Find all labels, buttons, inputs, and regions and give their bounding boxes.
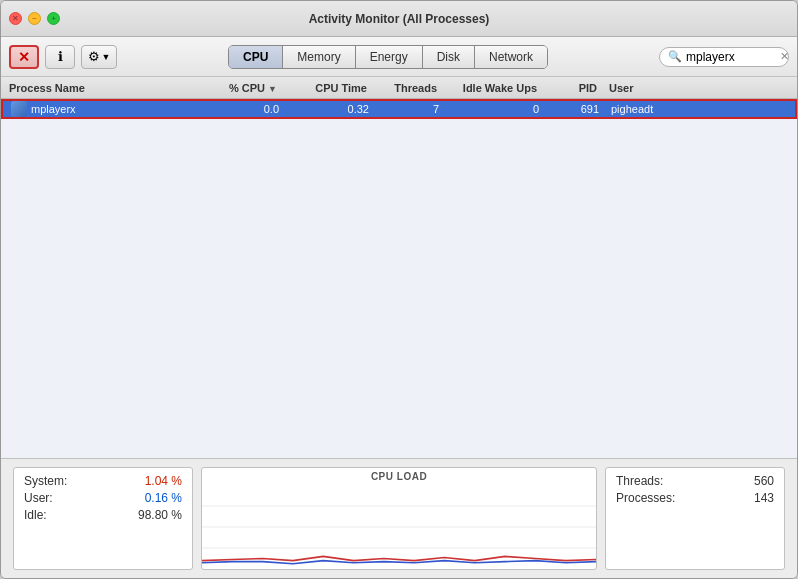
user-label: User: xyxy=(24,491,53,505)
table-row xyxy=(1,159,797,179)
processes-value: 143 xyxy=(754,491,774,505)
idle-label: Idle: xyxy=(24,508,47,522)
close-button[interactable]: ✕ xyxy=(9,12,22,25)
stop-process-button[interactable]: ✕ xyxy=(9,45,39,69)
cell-cpu: 0.0 xyxy=(207,103,287,115)
cpu-stats-box: System: 1.04 % User: 0.16 % Idle: 98.80 … xyxy=(13,467,193,570)
search-icon: 🔍 xyxy=(668,50,682,63)
titlebar: ✕ − + Activity Monitor (All Processes) xyxy=(1,1,797,37)
table-row xyxy=(1,219,797,239)
column-header-user[interactable]: User xyxy=(605,82,685,94)
table-row xyxy=(1,299,797,319)
cpu-load-title: CPU LOAD xyxy=(371,468,427,485)
column-header-cpu-time[interactable]: CPU Time xyxy=(285,82,375,94)
table-row xyxy=(1,379,797,399)
table-row xyxy=(1,439,797,458)
idle-stat-row: Idle: 98.80 % xyxy=(24,508,182,522)
tab-energy[interactable]: Energy xyxy=(356,46,423,68)
threads-value: 560 xyxy=(754,474,774,488)
toolbar: ✕ ℹ ⚙ ▼ CPU Memory Energy Disk Network 🔍… xyxy=(1,37,797,77)
cell-threads: 7 xyxy=(377,103,447,115)
column-header-threads[interactable]: Threads xyxy=(375,82,445,94)
table-row xyxy=(1,359,797,379)
threads-label: Threads: xyxy=(616,474,663,488)
gear-button[interactable]: ⚙ ▼ xyxy=(81,45,117,69)
cell-user: pigheadt xyxy=(607,103,687,115)
processes-stat-row: Processes: 143 xyxy=(616,491,774,505)
cell-cpu-time: 0.32 xyxy=(287,103,377,115)
table-row xyxy=(1,139,797,159)
system-label: System: xyxy=(24,474,67,488)
inspect-icon: ℹ xyxy=(58,49,63,64)
tab-cpu[interactable]: CPU xyxy=(229,46,283,68)
search-clear-icon[interactable]: ✕ xyxy=(780,50,789,63)
column-header-cpu[interactable]: % CPU ▼ xyxy=(205,82,285,94)
sort-arrow-icon: ▼ xyxy=(268,84,277,94)
table-row xyxy=(1,339,797,359)
table-row xyxy=(1,259,797,279)
tab-memory[interactable]: Memory xyxy=(283,46,355,68)
cpu-load-chart-box: CPU LOAD xyxy=(201,467,597,570)
tab-group: CPU Memory Energy Disk Network xyxy=(228,45,548,69)
idle-value: 98.80 % xyxy=(138,508,182,522)
table-row[interactable]: mplayerx 0.0 0.32 7 0 691 pigheadt xyxy=(1,99,797,119)
table-row xyxy=(1,179,797,199)
search-box: 🔍 ✕ xyxy=(659,47,789,67)
table-row xyxy=(1,239,797,259)
maximize-button[interactable]: + xyxy=(47,12,60,25)
threads-processes-box: Threads: 560 Processes: 143 xyxy=(605,467,785,570)
column-header-process-name[interactable]: Process Name xyxy=(5,82,205,94)
table-row xyxy=(1,119,797,139)
user-value: 0.16 % xyxy=(145,491,182,505)
table-row xyxy=(1,419,797,439)
inspect-button[interactable]: ℹ xyxy=(45,45,75,69)
cell-idle-wake-ups: 0 xyxy=(447,103,547,115)
cpu-load-chart xyxy=(202,485,596,569)
tab-disk[interactable]: Disk xyxy=(423,46,475,68)
gear-dropdown-icon: ▼ xyxy=(102,52,111,62)
search-input[interactable] xyxy=(686,50,776,64)
cell-pid: 691 xyxy=(547,103,607,115)
minimize-button[interactable]: − xyxy=(28,12,41,25)
processes-label: Processes: xyxy=(616,491,675,505)
user-stat-row: User: 0.16 % xyxy=(24,491,182,505)
column-header-pid[interactable]: PID xyxy=(545,82,605,94)
traffic-lights: ✕ − + xyxy=(9,12,60,25)
column-header-idle-wake-ups[interactable]: Idle Wake Ups xyxy=(445,82,545,94)
window-title: Activity Monitor (All Processes) xyxy=(309,12,490,26)
table-row xyxy=(1,319,797,339)
bottom-panel: System: 1.04 % User: 0.16 % Idle: 98.80 … xyxy=(1,458,797,578)
activity-monitor-window: ✕ − + Activity Monitor (All Processes) ✕… xyxy=(0,0,798,579)
system-stat-row: System: 1.04 % xyxy=(24,474,182,488)
table-row xyxy=(1,199,797,219)
table-row xyxy=(1,279,797,299)
threads-stat-row: Threads: 560 xyxy=(616,474,774,488)
table-row xyxy=(1,399,797,419)
stop-icon: ✕ xyxy=(18,49,30,65)
tab-network[interactable]: Network xyxy=(475,46,547,68)
cell-process-name: mplayerx xyxy=(7,101,207,117)
table-header: Process Name % CPU ▼ CPU Time Threads Id… xyxy=(1,77,797,99)
gear-icon: ⚙ xyxy=(88,49,100,64)
table-body: mplayerx 0.0 0.32 7 0 691 pigheadt xyxy=(1,99,797,458)
process-icon xyxy=(11,101,27,117)
cpu-chart-svg xyxy=(202,485,596,569)
system-value: 1.04 % xyxy=(145,474,182,488)
